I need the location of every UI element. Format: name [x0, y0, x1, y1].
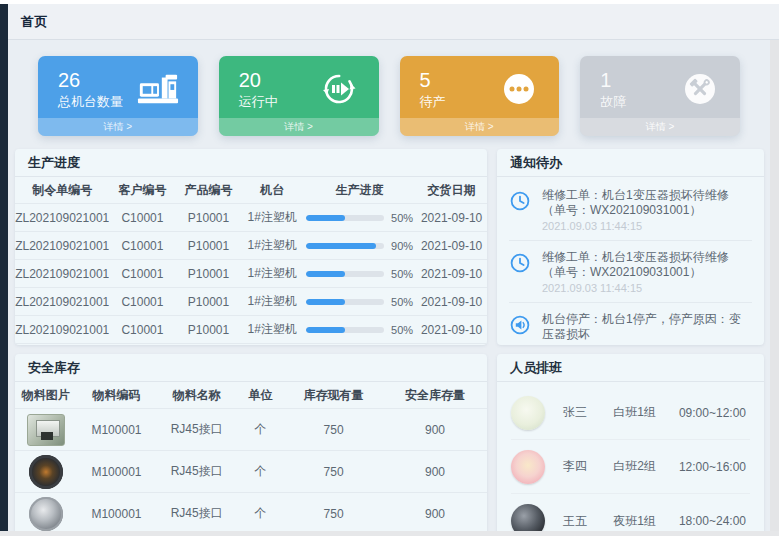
progress-bar: 50%	[303, 296, 416, 308]
shift-time: 12:00~16:00	[679, 460, 750, 474]
col-order-no: 制令单编号	[15, 182, 109, 199]
material-unit: 个	[237, 421, 284, 438]
notice-list: 维修工单：机台1变压器损坏待维修（单号：WX202109031001） 2021…	[497, 177, 764, 345]
schedule-row[interactable]: 李四 白班2组 12:00~16:00	[511, 440, 750, 494]
product-no: P10001	[175, 295, 241, 309]
tools-icon	[678, 71, 722, 107]
notice-item[interactable]: 机台停产：机台1停产，停产原因：变压器损坏 2021.09.03 11:44:1…	[509, 303, 752, 345]
delivery-date: 2021-09-10	[416, 267, 487, 281]
machine-name: 1#注塑机	[242, 321, 303, 338]
fault-label: 故障	[600, 93, 626, 111]
schedule-row[interactable]: 张三 白班1组 09:00~12:00	[511, 386, 750, 440]
progress-value: 90%	[391, 240, 413, 252]
progress-value: 50%	[391, 268, 413, 280]
card-waiting-footer[interactable]: 详情 >	[400, 118, 560, 136]
tab-home[interactable]: 首页	[21, 13, 48, 31]
schedule-row[interactable]: 王五 夜班1组 18:00~24:00	[511, 494, 750, 531]
stock-qty: 750	[284, 423, 383, 437]
scrollbar-track[interactable]	[770, 40, 779, 531]
card-fault-footer[interactable]: 详情 >	[580, 118, 740, 136]
person-name: 张三	[563, 404, 613, 421]
customer-no: C10001	[109, 323, 175, 337]
card-total-machines[interactable]: 26 总机台数量 详情 >	[38, 56, 198, 136]
detail-link[interactable]: 详情 >	[465, 120, 494, 134]
production-row[interactable]: ZL202109021001 C10001 P10001 1#注塑机 50% 2…	[15, 288, 487, 316]
inventory-row[interactable]: M100001 RJ45接口 个 750 900	[15, 493, 487, 531]
production-row[interactable]: ZL202109021001 C10001 P10001 1#注塑机 50% 2…	[15, 204, 487, 232]
material-name: RJ45接口	[157, 421, 237, 438]
shift-label: 白班2组	[613, 458, 679, 475]
progress-value: 50%	[391, 296, 413, 308]
col-material-name: 物料名称	[157, 387, 237, 404]
round-speaker-photo	[29, 455, 63, 489]
detail-link[interactable]: 详情 >	[284, 120, 313, 134]
avatar	[511, 504, 545, 531]
speaker-cone-photo	[29, 497, 63, 531]
notice-item[interactable]: 维修工单：机台1变压器损坏待维修（单号：WX202109031001） 2021…	[509, 241, 752, 303]
panel-production-progress: 生产进度 制令单编号 客户编号 产品编号 机台 生产进度 交货日期 ZL2021…	[15, 149, 487, 345]
inventory-table-header: 物料图片 物料编码 物料名称 单位 库存现有量 安全库存量	[15, 382, 487, 409]
shift-time: 18:00~24:00	[679, 514, 750, 528]
material-code: M100001	[76, 423, 156, 437]
production-row[interactable]: ZL202109021001 C10001 P10001 1#注塑机 50% 2…	[15, 260, 487, 288]
delivery-date: 2021-09-10	[416, 323, 487, 337]
notice-text: 维修工单：机台1变压器损坏待维修（单号：WX202109031001）	[542, 188, 752, 218]
progress-bar: 50%	[303, 212, 416, 224]
col-customer-no: 客户编号	[109, 182, 175, 199]
rj45-connector-photo	[27, 414, 65, 446]
safety-inventory-title: 安全库存	[15, 354, 487, 382]
card-waiting-texts: 5 待产	[420, 68, 446, 111]
safety-qty: 900	[383, 423, 487, 437]
clock-icon	[509, 250, 533, 294]
ellipsis-circle-icon	[497, 71, 541, 107]
card-running[interactable]: 20 运行中 详情 >	[219, 56, 379, 136]
speaker-icon	[509, 312, 533, 345]
card-fault[interactable]: 1 故障	[580, 56, 740, 136]
material-code: M100001	[76, 507, 156, 521]
shift-label: 白班1组	[613, 404, 679, 421]
col-delivery-date: 交货日期	[416, 182, 487, 199]
progress-bar: 90%	[303, 240, 416, 252]
production-row[interactable]: ZL202109021001 C10001 P10001 1#注塑机 50% 2…	[15, 316, 487, 344]
shift-time: 09:00~12:00	[679, 406, 750, 420]
avatar	[511, 396, 545, 430]
material-unit: 个	[237, 463, 284, 480]
card-total-machines-footer[interactable]: 详情 >	[38, 118, 198, 136]
col-product-no: 产品编号	[175, 182, 241, 199]
customer-no: C10001	[109, 211, 175, 225]
product-no: P10001	[175, 323, 241, 337]
notice-item[interactable]: 维修工单：机台1变压器损坏待维修（单号：WX202109031001） 2021…	[509, 179, 752, 241]
notice-time: 2021.09.03 11:44:15	[542, 220, 752, 232]
detail-link[interactable]: 详情 >	[646, 120, 675, 134]
running-value: 20	[239, 68, 278, 92]
order-no: ZL202109021001	[15, 323, 109, 337]
card-running-texts: 20 运行中	[239, 68, 278, 111]
col-material-image: 物料图片	[15, 387, 76, 404]
card-total-machines-body: 26 总机台数量	[38, 56, 198, 118]
panel-safety-inventory: 安全库存 物料图片 物料编码 物料名称 单位 库存现有量 安全库存量 M1000…	[15, 354, 487, 531]
card-running-footer[interactable]: 详情 >	[219, 118, 379, 136]
clock-icon	[509, 188, 533, 232]
material-name: RJ45接口	[157, 505, 237, 522]
inventory-row[interactable]: M100001 RJ45接口 个 750 900	[15, 451, 487, 493]
card-waiting[interactable]: 5 待产 详情 >	[400, 56, 560, 136]
col-material-code: 物料编码	[76, 387, 156, 404]
product-no: P10001	[175, 239, 241, 253]
notice-body: 维修工单：机台1变压器损坏待维修（单号：WX202109031001） 2021…	[542, 250, 752, 294]
card-fault-body: 1 故障	[580, 56, 740, 118]
stat-cards-row: 26 总机台数量 详情 >	[8, 40, 770, 140]
material-name: RJ45接口	[157, 463, 237, 480]
safety-qty: 900	[383, 507, 487, 521]
total-machines-label: 总机台数量	[58, 93, 123, 111]
delivery-date: 2021-09-10	[416, 295, 487, 309]
production-row[interactable]: ZL202109021001 C10001 P10001 1#注塑机 90% 2…	[15, 232, 487, 260]
order-no: ZL202109021001	[15, 239, 109, 253]
col-safety-qty: 安全库存量	[383, 387, 487, 404]
stock-qty: 750	[284, 465, 383, 479]
avatar	[511, 450, 545, 484]
inventory-row[interactable]: M100001 RJ45接口 个 750 900	[15, 409, 487, 451]
order-no: ZL202109021001	[15, 267, 109, 281]
safety-qty: 900	[383, 465, 487, 479]
material-code: M100001	[76, 465, 156, 479]
detail-link[interactable]: 详情 >	[104, 120, 133, 134]
